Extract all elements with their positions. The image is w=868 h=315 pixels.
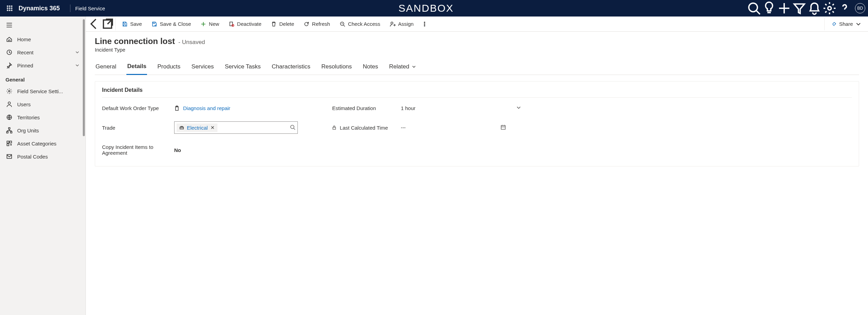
open-in-new-window-button[interactable] bbox=[101, 18, 114, 31]
svg-point-19 bbox=[8, 102, 11, 104]
global-nav-bar: Dynamics 365 Field Service SANDBOX BD bbox=[0, 0, 868, 17]
sidebar-item-label: Org Units bbox=[17, 128, 39, 133]
cmd-label: Deactivate bbox=[237, 21, 261, 27]
svg-point-9 bbox=[749, 3, 757, 12]
record-title: Line connection lost bbox=[95, 36, 175, 46]
sidebar-item-users[interactable]: Users bbox=[0, 98, 86, 111]
product-name[interactable]: Dynamics 365 bbox=[19, 5, 60, 12]
help-icon[interactable] bbox=[838, 1, 852, 15]
refresh-button[interactable]: Refresh bbox=[299, 18, 335, 31]
svg-rect-23 bbox=[10, 131, 12, 133]
save-and-close-button[interactable]: Save & Close bbox=[147, 18, 196, 31]
svg-point-43 bbox=[291, 125, 294, 129]
scrollbar-thumb[interactable] bbox=[83, 19, 85, 136]
unsaved-indicator: - Unsaved bbox=[178, 39, 205, 46]
sidebar-item-recent[interactable]: Recent bbox=[0, 46, 86, 59]
cmd-label: Assign bbox=[398, 21, 414, 27]
field-value-wotype[interactable]: Diagnosis and repair bbox=[174, 105, 298, 111]
delete-button[interactable]: Delete bbox=[266, 18, 299, 31]
field-value-est-duration[interactable]: 1 hour bbox=[401, 105, 497, 111]
tab-resolutions[interactable]: Resolutions bbox=[321, 60, 353, 75]
tab-services[interactable]: Services bbox=[191, 60, 214, 75]
mail-icon bbox=[6, 153, 12, 160]
sidebar-item-label: Home bbox=[17, 36, 31, 42]
field-value-last-calc: --- bbox=[401, 125, 406, 130]
sidebar-item-territories[interactable]: Territories bbox=[0, 111, 86, 124]
form-tabs: General Details Products Services Servic… bbox=[95, 60, 859, 75]
field-value-trade[interactable]: Electrical ✕ bbox=[174, 121, 298, 134]
cmd-label: Delete bbox=[279, 21, 294, 27]
gear-icon[interactable] bbox=[823, 1, 836, 15]
svg-rect-24 bbox=[7, 141, 9, 143]
assign-button[interactable]: Assign bbox=[385, 18, 418, 31]
divider bbox=[824, 18, 825, 30]
app-name[interactable]: Field Service bbox=[75, 6, 105, 11]
svg-rect-26 bbox=[7, 144, 9, 146]
filter-icon[interactable] bbox=[792, 1, 806, 15]
remove-chip-icon[interactable]: ✕ bbox=[211, 125, 215, 130]
chevron-down-icon bbox=[75, 50, 79, 55]
chevron-down-icon bbox=[856, 21, 861, 27]
svg-point-38 bbox=[424, 23, 425, 24]
app-launcher-icon[interactable] bbox=[3, 6, 16, 11]
lightbulb-icon[interactable] bbox=[762, 1, 776, 15]
new-button[interactable]: New bbox=[196, 18, 224, 31]
svg-point-5 bbox=[11, 8, 12, 9]
sidebar-item-org-units[interactable]: Org Units bbox=[0, 124, 86, 137]
cmd-label: Refresh bbox=[312, 21, 330, 27]
divider bbox=[115, 18, 116, 30]
toolbox-icon bbox=[179, 125, 184, 130]
chevron-down-icon[interactable] bbox=[516, 105, 521, 111]
svg-point-39 bbox=[424, 25, 425, 26]
field-label-trade: Trade bbox=[102, 125, 171, 131]
tab-service-tasks[interactable]: Service Tasks bbox=[224, 60, 262, 75]
back-button[interactable] bbox=[88, 18, 101, 31]
gear-icon bbox=[6, 88, 12, 94]
tab-characteristics[interactable]: Characteristics bbox=[271, 60, 311, 75]
divider bbox=[70, 4, 70, 12]
save-button[interactable]: Save bbox=[117, 18, 147, 31]
field-label-wotype: Default Work Order Type bbox=[102, 105, 171, 111]
user-avatar[interactable]: BD bbox=[855, 3, 865, 13]
tab-products[interactable]: Products bbox=[157, 60, 181, 75]
svg-point-37 bbox=[424, 22, 425, 22]
check-access-button[interactable]: Check Access bbox=[335, 18, 385, 31]
sidebar-item-home[interactable]: Home bbox=[0, 33, 86, 46]
cmd-label: New bbox=[209, 21, 219, 27]
hamburger-icon[interactable] bbox=[0, 18, 86, 33]
svg-point-2 bbox=[11, 6, 12, 7]
lookup-chip[interactable]: Electrical ✕ bbox=[177, 123, 217, 132]
field-value-copy[interactable]: No bbox=[174, 147, 298, 153]
category-icon bbox=[6, 140, 12, 146]
tab-notes[interactable]: Notes bbox=[362, 60, 379, 75]
tab-related[interactable]: Related bbox=[388, 60, 417, 75]
deactivate-button[interactable]: Deactivate bbox=[224, 18, 266, 31]
calendar-icon[interactable] bbox=[500, 124, 506, 131]
cmd-label: Save bbox=[130, 21, 142, 27]
field-label-copy: Copy Incident Items to Agreement bbox=[102, 144, 171, 156]
search-icon[interactable] bbox=[747, 1, 761, 15]
sidebar-item-pinned[interactable]: Pinned bbox=[0, 59, 86, 72]
chevron-down-icon bbox=[412, 65, 416, 69]
tab-general[interactable]: General bbox=[95, 60, 117, 75]
svg-point-1 bbox=[9, 6, 10, 7]
add-icon[interactable] bbox=[777, 1, 791, 15]
sidebar-item-field-service-settings[interactable]: Field Service Setti... bbox=[0, 85, 86, 98]
svg-point-3 bbox=[7, 8, 8, 9]
share-button[interactable]: Share bbox=[826, 18, 866, 31]
section-title: Incident Details bbox=[102, 87, 852, 98]
svg-point-8 bbox=[11, 10, 12, 11]
bell-icon[interactable] bbox=[808, 1, 821, 15]
svg-line-10 bbox=[757, 11, 760, 14]
svg-point-13 bbox=[828, 7, 831, 10]
svg-rect-25 bbox=[10, 141, 12, 143]
sidebar-item-asset-categories[interactable]: Asset Categories bbox=[0, 137, 86, 150]
cmd-label: Share bbox=[839, 21, 853, 27]
home-icon bbox=[6, 36, 12, 42]
sidebar-section-heading: General bbox=[0, 72, 86, 85]
sidebar-item-postal-codes[interactable]: Postal Codes bbox=[0, 150, 86, 163]
pin-icon bbox=[6, 62, 12, 68]
tab-details[interactable]: Details bbox=[126, 60, 147, 75]
overflow-button[interactable] bbox=[418, 18, 431, 31]
search-icon[interactable] bbox=[290, 124, 295, 131]
